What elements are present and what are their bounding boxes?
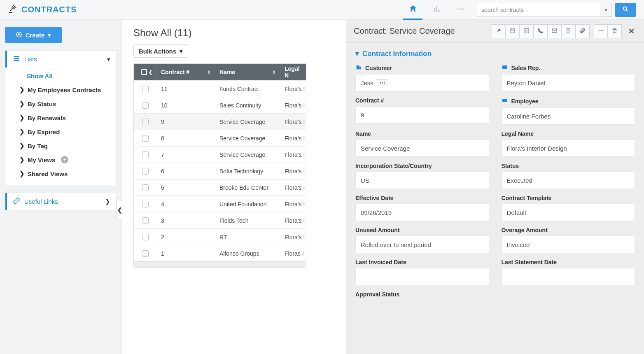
- search-input[interactable]: [477, 3, 600, 17]
- legal-input[interactable]: Flora's Interior Design: [502, 140, 635, 157]
- overage-input[interactable]: Invoiced: [502, 236, 635, 253]
- checkbox-icon: [142, 201, 149, 207]
- unused-input[interactable]: Rolled over to next period: [355, 236, 489, 253]
- sidebar-item-label: My Employees Contracts: [28, 86, 101, 93]
- chevron-down-icon: ▾: [604, 7, 607, 13]
- row-checkbox[interactable]: [134, 81, 157, 97]
- header-name[interactable]: Name▲▼: [215, 64, 280, 80]
- panel-body: ▾ Contract Information Customer Jess••• …: [346, 43, 644, 354]
- status-input[interactable]: Executed: [502, 172, 635, 189]
- table-row[interactable]: 5Brooke Edu CenterFlora's I: [134, 179, 306, 196]
- cell-contract-no: 5: [157, 179, 215, 196]
- analytics-tab[interactable]: [427, 0, 446, 20]
- header-contract-no[interactable]: Contract #▲▼: [157, 64, 215, 80]
- table-row[interactable]: 1Alfonso GroupsFloras I: [134, 245, 306, 261]
- useful-links-header[interactable]: Useful Links ❯: [5, 193, 116, 210]
- search-button[interactable]: [615, 3, 636, 17]
- table-row[interactable]: 10Sales ContinuityFlora's I: [134, 97, 306, 113]
- field-value: Default: [507, 209, 527, 216]
- call-button[interactable]: [534, 24, 548, 38]
- bulk-actions-button[interactable]: Bulk Actions ▾: [133, 44, 188, 58]
- cell-legal: Flora's I: [280, 97, 306, 113]
- sidebar-item-by-status[interactable]: ❯By Status: [5, 97, 116, 111]
- checkbox-icon: [142, 217, 149, 224]
- add-view-icon[interactable]: +: [61, 156, 68, 163]
- home-tab[interactable]: [403, 0, 422, 20]
- table-row[interactable]: 11Funds ContractFlora's I: [134, 80, 306, 97]
- calendar-button[interactable]: [506, 24, 520, 38]
- attach-button[interactable]: [576, 24, 590, 38]
- eff-input[interactable]: 09/26/2019: [355, 204, 489, 221]
- field-employee: Employee Caroline Forbes: [502, 97, 635, 125]
- sidebar-item-my-views[interactable]: ❯My Views+: [5, 153, 116, 167]
- cell-legal: Flora's I: [280, 229, 306, 245]
- note-button[interactable]: [562, 24, 576, 38]
- header-legal-name[interactable]: Legal N: [280, 64, 306, 80]
- table-scrollbar[interactable]: [134, 261, 306, 267]
- row-checkbox[interactable]: [134, 97, 157, 113]
- row-checkbox[interactable]: [134, 229, 157, 245]
- lastinv-input[interactable]: [355, 268, 489, 285]
- sidebar-item-by-renewals[interactable]: ❯By Renewals: [5, 111, 116, 125]
- svg-rect-12: [14, 58, 19, 59]
- table-row[interactable]: 8Service CoverageFlora's I: [134, 130, 306, 146]
- chevron-right-icon: ❯: [19, 128, 23, 135]
- table-row[interactable]: 2RTFlora's I: [134, 228, 306, 245]
- section-contract-info[interactable]: ▾ Contract Information: [355, 49, 635, 58]
- sidebar-item-by-tag[interactable]: ❯By Tag: [5, 139, 116, 153]
- pin-icon: [496, 28, 502, 35]
- sidebar-item-by-expired[interactable]: ❯By Expired: [5, 125, 116, 139]
- contractno-input[interactable]: 9: [355, 106, 489, 123]
- svg-point-3: [457, 8, 459, 10]
- row-checkbox[interactable]: [134, 179, 157, 196]
- tpl-input[interactable]: Default: [502, 204, 635, 221]
- delete-button[interactable]: [608, 24, 622, 38]
- field-label: Effective Date: [355, 195, 394, 201]
- cell-contract-no: 6: [157, 163, 215, 179]
- sidebar-item-my-employees[interactable]: ❯My Employees Contracts: [5, 83, 116, 97]
- link-icon: [13, 197, 20, 206]
- sidebar-collapse-handle[interactable]: ❮: [117, 201, 123, 219]
- row-checkbox[interactable]: [134, 130, 157, 146]
- section-label: Contract Information: [362, 50, 432, 58]
- field-label: Overage Amount: [502, 227, 548, 233]
- table-row[interactable]: 4United FoundationFlora's I: [134, 196, 306, 212]
- more-actions-button[interactable]: [594, 24, 608, 38]
- customer-input[interactable]: Jess•••: [355, 74, 489, 91]
- incorp-input[interactable]: US: [355, 172, 489, 189]
- ellipsis-icon: [456, 5, 465, 15]
- create-button[interactable]: Create ▾: [5, 27, 62, 43]
- email-button[interactable]: [548, 24, 562, 38]
- field-value: Executed: [507, 177, 533, 184]
- pin-button[interactable]: [492, 24, 506, 38]
- table-row[interactable]: 3Fields TechFlora's I: [134, 212, 306, 228]
- table-row[interactable]: 7Service CoverageFlora's I: [134, 146, 306, 163]
- header-select-all[interactable]: ❮: [134, 64, 157, 80]
- cell-legal: Flora's I: [280, 179, 306, 196]
- sidebar-item-shared-views[interactable]: ❯Shared Views: [5, 167, 116, 181]
- table-row[interactable]: 9Service CoverageFlora's I: [134, 113, 306, 130]
- row-checkbox[interactable]: [134, 114, 157, 130]
- search-dropdown[interactable]: ▾: [600, 3, 612, 17]
- row-checkbox[interactable]: [134, 245, 157, 261]
- table-row[interactable]: 6Sofia TechnologyFlora's I: [134, 163, 306, 179]
- panel-header: Contract: Service Coverage ✕: [346, 20, 644, 43]
- employee-input[interactable]: Caroline Forbes: [502, 107, 635, 125]
- name-input[interactable]: Service Coverage: [355, 140, 489, 157]
- sidebar-item-show-all[interactable]: Show All: [5, 69, 116, 83]
- row-checkbox[interactable]: [134, 163, 157, 179]
- more-tab[interactable]: [450, 0, 470, 20]
- detail-panel: Contract: Service Coverage ✕ ▾ Contract …: [346, 20, 644, 354]
- row-checkbox[interactable]: [134, 212, 157, 228]
- laststmt-input[interactable]: [502, 268, 635, 285]
- lists-header[interactable]: Lists ▾: [5, 51, 116, 68]
- cell-name: Brooke Edu Center: [215, 179, 280, 196]
- useful-links-label: Useful Links: [24, 198, 58, 205]
- panel-close-button[interactable]: ✕: [624, 24, 638, 38]
- row-checkbox[interactable]: [134, 196, 157, 212]
- task-button[interactable]: [520, 24, 534, 38]
- field-value: Service Coverage: [361, 145, 410, 152]
- salesrep-input[interactable]: Peyton Daniel: [502, 74, 635, 91]
- row-checkbox[interactable]: [134, 147, 157, 163]
- lookup-button[interactable]: •••: [377, 79, 389, 86]
